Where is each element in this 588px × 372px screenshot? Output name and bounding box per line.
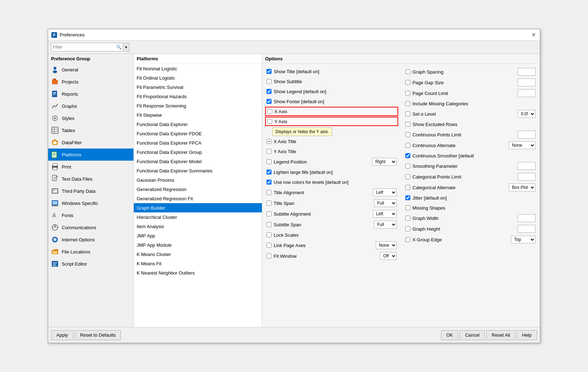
option-checkbox-graph_width[interactable] [405,216,410,221]
option-checkbox-fit_window[interactable] [267,253,272,258]
platform-item[interactable]: Fit Ordinal Logistic [134,73,262,82]
pref-item-projects[interactable]: Projects [48,76,133,88]
option-dropdown-subtitle_span[interactable]: FullGraph [374,221,397,228]
option-dropdown-set_alpha[interactable]: 0.05 [518,110,536,118]
option-checkbox-show_title[interactable] [267,69,272,74]
option-checkbox-subtitle_span[interactable] [267,222,272,227]
platform-item[interactable]: K Nearest Neighbor Outliers [134,268,262,277]
option-checkbox-show_excluded[interactable] [405,122,410,127]
filter-search-button[interactable]: 🔍 [115,43,123,51]
option-checkbox-smoothing_parameter[interactable] [405,164,410,169]
option-dropdown-legend_position[interactable]: RightLeftTopBottom [372,158,397,166]
platform-item[interactable]: K Means Cluster [134,250,262,259]
filter-dropdown-button[interactable]: ▼ [123,43,129,51]
platform-item[interactable]: Hierarchical Cluster [134,212,262,222]
pref-item-graphs[interactable]: Graphs [48,100,133,112]
pref-item-textdatafiles[interactable]: Text Data Files [48,173,133,185]
option-checkbox-x_axis[interactable] [267,109,272,114]
pref-item-internetoptions[interactable]: Internet Options [48,233,133,246]
pref-item-print[interactable]: Print [48,161,133,173]
platform-item[interactable]: Fit Parametric Survival [134,82,262,92]
option-checkbox-link_page_axes[interactable] [267,243,272,248]
pref-item-thirdparty[interactable]: Third Party Data [48,185,133,197]
cancel-button[interactable]: Cancel [460,330,485,340]
platform-item[interactable]: Functional Data Explorer Model [134,157,262,166]
option-checkbox-graph_height[interactable] [405,226,410,231]
platform-item[interactable]: K Means Fit [134,259,262,268]
option-checkbox-categorical_points[interactable] [405,174,410,179]
option-checkbox-show_legend[interactable] [267,89,272,94]
option-dropdown-x_group_edge[interactable]: TopBottom [511,236,536,243]
option-checkbox-continuous_smoother[interactable] [405,153,410,158]
pref-item-styles[interactable]: Styles [48,112,133,124]
pref-item-fonts[interactable]: AFonts [48,209,133,221]
option-checkbox-y_axis[interactable] [267,119,272,124]
platform-item[interactable]: Fit Nominal Logistic [134,64,262,73]
pref-item-windowsspecific[interactable]: Windows Specific [48,197,133,209]
option-input-graph_spacing[interactable] [518,68,536,76]
pref-item-tables[interactable]: Tables [48,124,133,136]
platform-item[interactable]: Item Analysis [134,222,262,231]
option-dropdown-fit_window[interactable]: OffOn [380,252,397,260]
option-checkbox-x_group_edge[interactable] [405,237,410,242]
platform-item[interactable]: Fit Response Screening [134,101,262,110]
option-dropdown-subtitle_alignment[interactable]: LeftCenterRight [373,210,397,218]
option-dropdown-link_page_axes[interactable]: NoneXYBoth [376,241,397,249]
option-input-categorical_points[interactable] [518,173,536,181]
platform-item[interactable]: Fit Proportional Hazards [134,92,262,101]
option-checkbox-page_gap_size[interactable] [405,80,410,85]
option-checkbox-jitter[interactable] [405,195,410,200]
option-checkbox-title_alignment[interactable] [267,190,272,195]
option-checkbox-title_span[interactable] [267,201,272,206]
platform-item[interactable]: Functional Data Explorer FPCA [134,138,262,147]
pref-item-reports[interactable]: Reports [48,88,133,100]
pref-item-platforms[interactable]: Platforms [48,149,133,161]
platform-item[interactable]: Functional Data Explorer Group [134,147,262,157]
option-checkbox-legend_position[interactable] [267,159,272,164]
option-checkbox-continuous_alternate[interactable] [405,143,410,148]
option-dropdown-title_span[interactable]: FullGraph [374,199,397,207]
option-input-graph_height[interactable] [518,225,536,233]
option-input-page_gap_size[interactable] [518,79,536,86]
apply-button[interactable]: Apply [51,330,74,340]
option-checkbox-categorical_alternate[interactable] [405,185,410,190]
platform-item[interactable]: Functional Data Explorer FDOE [134,129,262,138]
option-checkbox-set_alpha[interactable] [405,111,410,116]
ok-button[interactable]: OK [441,330,458,340]
option-checkbox-continuous_points[interactable] [405,132,410,137]
option-checkbox-graph_spacing[interactable] [405,69,410,74]
option-input-continuous_points[interactable] [518,131,536,139]
option-checkbox-use_row_colors[interactable] [267,180,272,185]
platform-item[interactable]: Graph Builder [134,203,262,212]
option-checkbox-y_axis_title[interactable] [267,149,272,154]
filter-input[interactable] [51,45,115,50]
pref-item-general[interactable]: General [48,64,133,76]
platform-item[interactable]: JMP App Module [134,240,262,250]
help-button[interactable]: Help [517,330,537,340]
option-input-page_count_limit[interactable] [518,89,536,97]
platform-item[interactable]: Generalized Regression Fit [134,194,262,203]
pref-item-scripteditor[interactable]: Script Editor [48,258,133,270]
option-checkbox-include_missing[interactable] [405,101,410,106]
platform-item[interactable]: Functional Data Explorer [134,120,262,129]
close-button[interactable]: ✕ [530,31,537,39]
pref-item-datafilter[interactable]: DataFilter [48,136,133,149]
option-dropdown-title_alignment[interactable]: LeftCenterRight [373,188,397,196]
option-checkbox-x_axis_title[interactable] [267,139,272,144]
option-checkbox-show_subtitle[interactable] [267,79,272,84]
platform-item[interactable]: Functional Data Explorer Summaries [134,166,262,175]
option-checkbox-page_count_limit[interactable] [405,91,410,96]
platform-item[interactable]: Gaussian Process [134,175,262,185]
option-checkbox-lock_scales[interactable] [267,232,272,237]
option-checkbox-lighten_fills[interactable] [267,170,272,175]
platform-item[interactable]: JMP App [134,231,262,240]
option-input-smoothing_parameter[interactable] [518,162,536,170]
option-checkbox-subtitle_alignment[interactable] [267,211,272,216]
option-dropdown-continuous_alternate[interactable]: NoneBox Plot [509,141,536,149]
platform-item[interactable]: Fit Stepwise [134,110,262,120]
option-input-graph_width[interactable] [518,214,536,222]
reset-to-defaults-button[interactable]: Reset to Defaults [75,330,121,340]
platform-item[interactable]: Generalized Regression [134,185,262,194]
option-checkbox-missing_shapes[interactable] [405,205,410,210]
reset-all-button[interactable]: Reset All [486,330,515,340]
